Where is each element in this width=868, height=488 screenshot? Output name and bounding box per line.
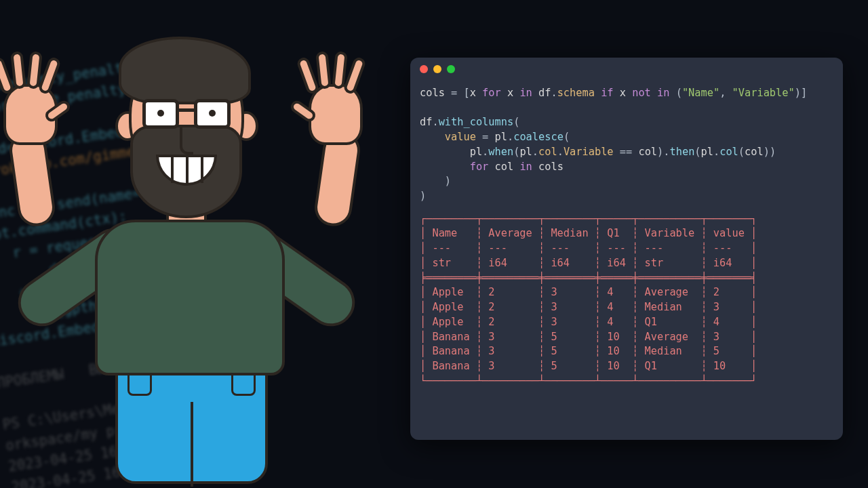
- cartoon-character: [0, 43, 407, 477]
- window-close-icon[interactable]: [420, 65, 428, 73]
- window-maximize-icon[interactable]: [447, 65, 455, 73]
- output-table: ┌────────┬─────────┬────────┬─────┬─────…: [410, 207, 843, 389]
- hand-left-icon: [0, 57, 68, 145]
- hand-right-icon: [298, 57, 373, 145]
- terminal-window: cols = [x for x in df.schema if x not in…: [410, 58, 843, 440]
- code-block: cols = [x for x in df.schema if x not in…: [410, 81, 843, 207]
- window-titlebar: [410, 58, 843, 81]
- code-token: cols: [420, 87, 445, 99]
- window-minimize-icon[interactable]: [433, 65, 441, 73]
- glasses-icon: [142, 99, 231, 129]
